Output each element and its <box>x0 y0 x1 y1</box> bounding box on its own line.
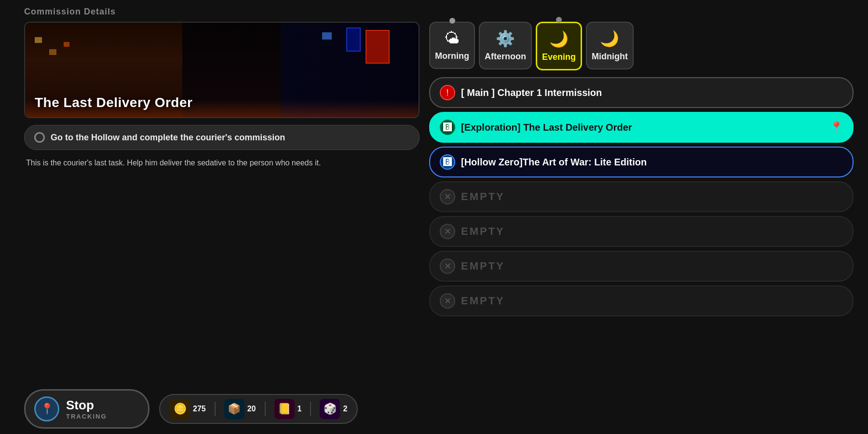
window-1 <box>35 37 42 43</box>
empty-4-label: EMPTY <box>461 295 843 307</box>
morning-label: Morning <box>435 51 469 61</box>
empty-3-icon: ✕ <box>440 258 455 274</box>
resource-item4: 🎲 2 <box>320 399 347 419</box>
midnight-icon: 🌙 <box>600 29 619 48</box>
window-2 <box>49 49 56 55</box>
neon-sign-1 <box>366 30 390 64</box>
evening-label: Evening <box>542 52 576 62</box>
coins-icon: 🪙 <box>170 399 190 419</box>
objective-text: Go to the Hollow and complete the courie… <box>51 133 285 143</box>
stop-label: Stop <box>66 398 107 413</box>
window-3 <box>64 42 69 47</box>
description-text: This is the courier's last task. Help hi… <box>24 157 420 169</box>
tab-evening[interactable]: 🌙 Evening <box>536 22 582 70</box>
midnight-label: Midnight <box>592 52 628 62</box>
mission-slot-empty-2[interactable]: ✕ EMPTY <box>429 216 854 247</box>
item2-icon: 📦 <box>224 399 244 419</box>
exploration-mission-label: [Exploration] The Last Delivery Order <box>461 122 824 133</box>
mission-slot-empty-3[interactable]: ✕ EMPTY <box>429 251 854 282</box>
main-mission-icon: ! <box>440 85 455 100</box>
afternoon-label: Afternoon <box>485 52 526 62</box>
item4-count: 2 <box>343 405 347 413</box>
item3-icon: 📒 <box>274 399 295 419</box>
hollow-mission-label: [Hollow Zero]The Art of War: Lite Editio… <box>461 157 843 168</box>
empty-1-icon: ✕ <box>440 189 455 204</box>
mission-slot-empty-4[interactable]: ✕ EMPTY <box>429 285 854 316</box>
morning-icon: 🌤 <box>444 29 460 47</box>
right-panel: 🌤 Morning ⚙️ Afternoon 🌙 Evening <box>429 22 854 383</box>
body-layout: The Last Delivery Order Go to the Hollow… <box>0 17 868 388</box>
objective-circle <box>34 132 45 143</box>
tab-afternoon[interactable]: ⚙️ Afternoon <box>479 22 532 69</box>
page-title: Commission Details <box>0 0 868 17</box>
mission-title-overlay: The Last Delivery Order <box>35 95 192 110</box>
tab-wrapper-midnight: 🌙 Midnight <box>586 22 634 70</box>
afternoon-icon: ⚙️ <box>496 29 515 48</box>
resource-item2: 📦 20 <box>224 399 256 419</box>
mission-slots: ! [ Main ] Chapter 1 Intermission 🅱 [Exp… <box>429 77 854 383</box>
mission-slot-hollow[interactable]: 🅱 [Hollow Zero]The Art of War: Lite Edit… <box>429 147 854 177</box>
divider-1 <box>215 402 216 416</box>
tab-wrapper-afternoon: ⚙️ Afternoon <box>479 22 532 70</box>
empty-4-icon: ✕ <box>440 293 455 309</box>
commission-details-title: Commission Details <box>24 7 116 16</box>
mission-image: The Last Delivery Order <box>24 22 420 118</box>
mission-slot-empty-1[interactable]: ✕ EMPTY <box>429 181 854 212</box>
tab-wrapper-morning: 🌤 Morning <box>429 22 475 70</box>
tracking-icon: 📍 <box>34 396 59 421</box>
resource-items-bar: 🪙 275 📦 20 📒 1 🎲 2 <box>159 394 358 424</box>
neon-sign-2 <box>346 27 361 52</box>
main-mission-label: [ Main ] Chapter 1 Intermission <box>461 87 843 98</box>
mission-slot-exploration[interactable]: 🅱 [Exploration] The Last Delivery Order … <box>429 112 854 143</box>
main-container: Commission Details <box>0 0 868 434</box>
empty-1-label: EMPTY <box>461 190 843 203</box>
divider-3 <box>310 402 311 416</box>
coins-count: 275 <box>193 405 206 413</box>
mission-slot-main[interactable]: ! [ Main ] Chapter 1 Intermission <box>429 77 854 108</box>
empty-2-icon: ✕ <box>440 224 455 239</box>
empty-3-label: EMPTY <box>461 260 843 272</box>
divider-2 <box>265 402 266 416</box>
hollow-mission-icon: 🅱 <box>440 154 455 170</box>
location-pin-icon: 📍 <box>830 121 843 134</box>
left-panel: The Last Delivery Order Go to the Hollow… <box>24 22 420 383</box>
tab-midnight[interactable]: 🌙 Midnight <box>586 22 634 69</box>
objective-row: Go to the Hollow and complete the courie… <box>24 125 420 150</box>
empty-2-label: EMPTY <box>461 225 843 238</box>
resource-coins: 🪙 275 <box>170 399 206 419</box>
item4-icon: 🎲 <box>320 399 340 419</box>
stop-text-group: Stop TRACKING <box>66 398 107 420</box>
item2-count: 20 <box>247 405 256 413</box>
tab-wrapper-evening: 🌙 Evening <box>536 22 582 70</box>
bottom-bar: 📍 Stop TRACKING 🪙 275 📦 20 📒 1 <box>0 388 868 434</box>
exploration-mission-icon: 🅱 <box>440 120 455 135</box>
mission-title-text: The Last Delivery Order <box>35 95 192 110</box>
window-4 <box>322 32 332 40</box>
evening-active-dot <box>556 17 562 23</box>
item3-count: 1 <box>298 405 302 413</box>
tab-morning[interactable]: 🌤 Morning <box>429 22 475 69</box>
morning-active-dot <box>449 18 455 24</box>
resource-item3: 📒 1 <box>274 399 302 419</box>
stop-tracking-button[interactable]: 📍 Stop TRACKING <box>24 389 149 429</box>
tracking-sublabel: TRACKING <box>66 413 107 420</box>
evening-icon: 🌙 <box>549 30 569 48</box>
time-tabs: 🌤 Morning ⚙️ Afternoon 🌙 Evening <box>429 22 854 70</box>
